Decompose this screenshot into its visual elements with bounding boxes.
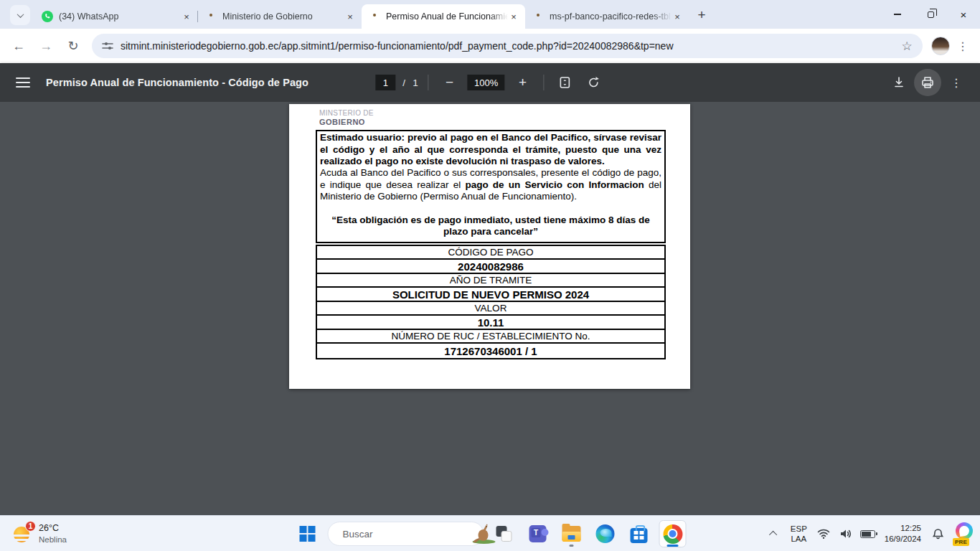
download-icon <box>892 76 905 89</box>
teams-icon: T <box>529 525 547 542</box>
payment-table: CÓDIGO DE PAGO 20240082986 AÑO DE TRAMIT… <box>316 245 666 359</box>
payment-notice-box: Estimado usuario: previo al pago en el B… <box>316 130 666 243</box>
url-text[interactable]: sitmint.ministeriodegobierno.gob.ec/app.… <box>121 40 898 52</box>
forward-button[interactable]: → <box>34 34 57 57</box>
copilot-icon <box>956 522 973 540</box>
zoom-in-button[interactable]: + <box>512 72 534 93</box>
active-app-indicator <box>667 545 679 547</box>
close-window-button[interactable]: × <box>947 0 980 29</box>
battery-button[interactable] <box>859 524 877 543</box>
window-controls: × <box>881 0 980 29</box>
search-input[interactable] <box>343 529 470 540</box>
weather-temperature: 26°C <box>39 523 67 534</box>
language-indicator[interactable]: ESP LAA <box>788 524 810 545</box>
volume-button[interactable] <box>837 524 854 543</box>
pdf-page-controls: / 1 − 100% + <box>375 72 604 93</box>
table-row-header: VALOR <box>317 302 664 316</box>
print-button[interactable] <box>914 69 941 96</box>
pdf-more-button[interactable]: ⋮ <box>946 72 967 93</box>
zoom-level[interactable]: 100% <box>468 75 505 90</box>
close-icon[interactable]: × <box>181 11 192 22</box>
page-number-input[interactable] <box>375 75 395 90</box>
zoom-out-button[interactable]: − <box>439 72 461 93</box>
table-row-value: 10.11 <box>317 316 664 330</box>
close-icon[interactable]: × <box>344 11 356 22</box>
clock-widget[interactable]: 12:25 16/9/2024 <box>882 523 924 545</box>
tab-title: Permiso Anual de Funcionamien <box>386 11 508 22</box>
taskbar-center: T <box>294 516 687 551</box>
printer-icon <box>920 75 935 90</box>
new-tab-button[interactable]: + <box>692 5 712 25</box>
file-explorer-icon <box>562 526 581 542</box>
taskbar-search[interactable] <box>328 522 484 546</box>
divider <box>428 75 429 90</box>
tab-ms-pf-banco[interactable]: ms-pf-banco-pacifico-redes-tbl × <box>525 4 689 29</box>
browser-menu-button[interactable]: ⋮ <box>953 36 973 56</box>
chevron-down-icon <box>17 11 24 18</box>
table-row-value: 1712670346001 / 1 <box>317 344 664 358</box>
page-separator: / <box>402 77 405 88</box>
microsoft-store-button[interactable] <box>626 520 653 547</box>
refresh-button[interactable]: ↻ <box>62 34 85 57</box>
notifications-button[interactable] <box>929 524 946 543</box>
menu-icon[interactable] <box>16 77 30 88</box>
tab-whatsapp[interactable]: (34) WhatsApp × <box>34 4 198 29</box>
site-info-icon[interactable] <box>102 40 113 52</box>
chrome-button[interactable] <box>659 520 687 547</box>
notice-text-bold: pago de un Servicio con Informacion <box>465 179 644 190</box>
running-indicator <box>570 545 574 547</box>
wifi-button[interactable] <box>815 524 832 543</box>
rotate-button[interactable] <box>583 72 605 93</box>
notice-deadline-text: “Esta obligación es de pago inmediato, u… <box>320 215 661 238</box>
battery-icon <box>860 530 875 538</box>
notice-instructions-text: Acuda al Banco del Pacifico o sus corres… <box>320 167 661 202</box>
fit-page-icon <box>559 76 572 89</box>
start-button[interactable] <box>294 520 321 547</box>
whatsapp-icon <box>42 11 53 22</box>
tab-permiso-active[interactable]: Permiso Anual de Funcionamien × <box>362 4 525 29</box>
restore-icon <box>928 11 934 18</box>
rotate-ccw-icon <box>588 76 600 89</box>
file-explorer-button[interactable] <box>558 520 585 547</box>
fog-weather-icon: 1 <box>13 524 33 544</box>
table-row-value: SOLICITUD DE NUEVO PERMISO 2024 <box>317 288 664 302</box>
table-row-value: 20240082986 <box>317 260 664 274</box>
copilot-button[interactable]: PRE <box>953 522 974 546</box>
notification-badge: 1 <box>25 521 36 532</box>
task-view-button[interactable] <box>491 520 518 547</box>
weather-condition: Neblina <box>39 534 67 545</box>
table-row-header: AÑO DE TRAMITE <box>317 274 664 288</box>
ecuador-flag-icon <box>369 11 380 22</box>
teams-button[interactable]: T <box>524 520 552 547</box>
tray-date: 16/9/2024 <box>885 534 921 545</box>
pdf-viewer-area[interactable]: MINSTERIO DE GOBIERNO Estimado usuario: … <box>0 102 980 515</box>
notice-warning-text: Estimado usuario: previo al pago en el B… <box>320 132 661 167</box>
tab-ministerio[interactable]: Ministerio de Gobierno × <box>198 4 362 29</box>
profile-avatar[interactable] <box>931 37 950 55</box>
bookmark-star-icon[interactable]: ☆ <box>898 37 915 55</box>
edge-button[interactable] <box>592 520 619 547</box>
fit-to-page-button[interactable] <box>555 72 576 93</box>
microsoft-store-icon <box>631 528 648 543</box>
minimize-icon <box>894 14 901 14</box>
close-icon[interactable]: × <box>508 11 519 22</box>
tab-title: Ministerio de Gobierno <box>222 11 344 22</box>
restore-button[interactable] <box>914 0 947 29</box>
taskbar: 1 26°C Neblina <box>0 515 980 551</box>
minimize-button[interactable] <box>881 0 914 29</box>
omnibox[interactable]: sitmint.ministeriodegobierno.gob.ec/app.… <box>92 34 923 58</box>
weather-widget[interactable]: 1 26°C Neblina <box>7 516 72 551</box>
wifi-icon <box>817 528 830 540</box>
speaker-icon <box>839 528 852 540</box>
close-icon[interactable]: × <box>672 11 683 22</box>
windows-logo-icon <box>300 526 316 542</box>
back-button[interactable]: ← <box>7 34 30 57</box>
edge-icon <box>596 524 615 543</box>
desktop-screen: (34) WhatsApp × Ministerio de Gobierno ×… <box>0 0 980 551</box>
bell-icon <box>932 528 944 540</box>
hidden-icons-chevron[interactable] <box>769 531 777 539</box>
pdf-document-title: Permiso Anual de Funcionamiento - Código… <box>46 77 308 88</box>
download-button[interactable] <box>888 72 910 93</box>
pdf-action-buttons: ⋮ <box>888 69 967 96</box>
tab-search-button[interactable] <box>10 5 30 25</box>
